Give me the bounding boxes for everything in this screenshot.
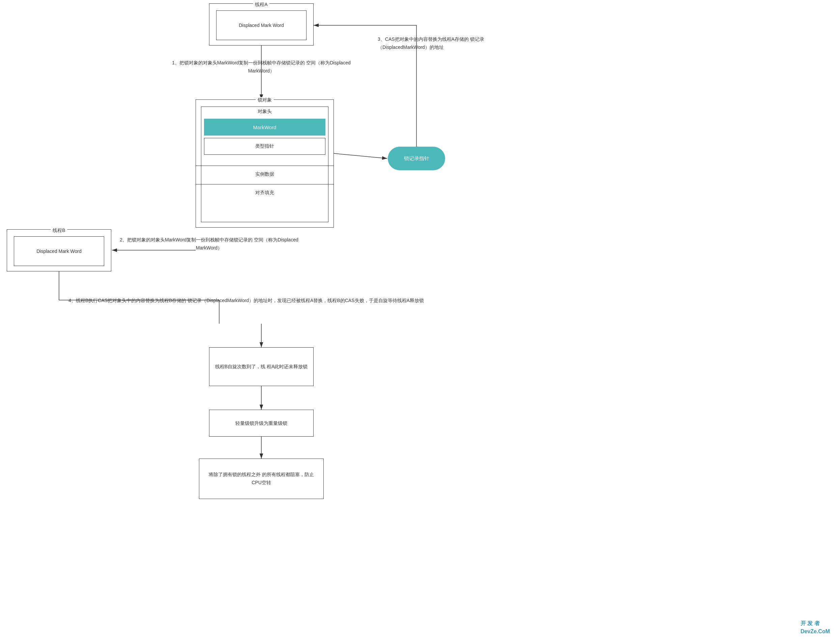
svg-line-2 [334, 153, 387, 158]
type-ptr-row: 类型指针 [204, 138, 325, 155]
annotation-4: 4、线程B执行CAS把对象头中的内容替换为线程B存储的 锁记录（Displace… [61, 297, 432, 305]
obj-head-label: 对象头 [258, 108, 272, 115]
diagram-container: 线程A Displaced Mark Word 线程B Displaced Ma… [0, 0, 840, 644]
arrows-svg [0, 0, 840, 644]
annotation-2: 2、把锁对象的对象头MarkWord复制一份到栈帧中存储锁记录的 空间（称为Di… [111, 236, 307, 252]
lock-object-outer: 锁对象 对象头 MarkWord 类型指针 实例数据 对齐填充 [196, 99, 334, 228]
annotation-1: 1、把锁对象的对象头MarkWord复制一份到栈帧中存储锁记录的 空间（称为Di… [162, 59, 361, 75]
lock-record-oval: 锁记录指针 [388, 147, 445, 170]
thread-b-inner: Displaced Mark Word [14, 237, 104, 266]
thread-a-label: 线程A [253, 2, 270, 8]
markword-row: MarkWord [204, 119, 325, 136]
flow-box-3: 将除了拥有锁的线程之外 的所有线程都阻塞，防止 CPU空转 [199, 458, 324, 499]
annotation-3: 3、CAS把对象中的内容替换为线程A存储的 锁记录（DisplacedMarkW… [378, 35, 513, 52]
thread-b-container: 线程B Displaced Mark Word [7, 229, 111, 271]
flow-box-1: 线程B自旋次数到了，线 程A此时还未释放锁 [209, 347, 314, 386]
instance-data-row: 实例数据 [196, 166, 334, 182]
flow-box-2: 轻量级锁升级为重量级锁 [209, 410, 314, 437]
thread-a-inner: Displaced Mark Word [216, 10, 307, 40]
thread-b-label: 线程B [51, 228, 67, 234]
thread-a-container: 线程A Displaced Mark Word [209, 3, 314, 46]
watermark: 开 发 者 DevZe.CoM [801, 611, 830, 636]
align-fill-row: 对齐填充 [196, 184, 334, 201]
lock-object-inner: 对象头 MarkWord 类型指针 [201, 107, 329, 222]
lock-object-label: 锁对象 [256, 97, 274, 103]
